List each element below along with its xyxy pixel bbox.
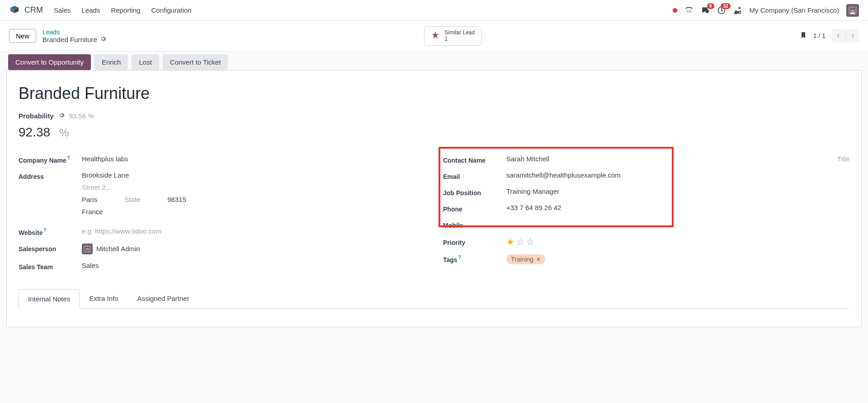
lost-button[interactable]: Lost [132, 54, 159, 70]
tags-label: Tags? [443, 254, 506, 263]
phone-icon[interactable] [684, 6, 693, 15]
probability-gear-icon[interactable] [58, 112, 65, 120]
debug-icon[interactable] [733, 6, 742, 15]
help-icon[interactable]: ? [43, 228, 46, 233]
convert-ticket-button[interactable]: Convert to Ticket [163, 54, 228, 70]
tag-label: Training [511, 256, 533, 263]
activities-badge: 32 [721, 3, 730, 9]
help-icon[interactable]: ? [458, 255, 461, 260]
messages-badge: 6 [707, 3, 714, 9]
tab-extra-info[interactable]: Extra Info [80, 289, 127, 308]
zip-input[interactable]: 98315 [167, 196, 186, 203]
mobile-label: Mobile [443, 220, 506, 229]
gear-icon[interactable] [100, 36, 106, 43]
website-label: Website? [19, 227, 82, 236]
svg-rect-4 [851, 8, 854, 9]
control-panel: New Leads Branded Furniture Similar Lead… [0, 21, 868, 52]
company-name-value[interactable]: Healthplus labs [82, 155, 425, 163]
street2-input[interactable]: Street 2... [82, 183, 425, 191]
prev-button[interactable] [832, 29, 845, 42]
star-icon [431, 31, 440, 41]
contact-name-value[interactable]: Sarah Mitchell [506, 155, 549, 163]
app-logo-icon[interactable] [9, 5, 20, 16]
tab-internal-notes[interactable]: Internal Notes [19, 289, 80, 309]
left-column: Company Name? Healthplus labs Address Br… [19, 155, 425, 278]
right-column: Contact Name Sarah Mitchell Title Email … [443, 155, 849, 278]
email-label: Email [443, 171, 506, 180]
menu-reporting[interactable]: Reporting [111, 6, 140, 14]
contact-title-input[interactable]: Title [837, 155, 849, 163]
star-2-icon[interactable]: ☆ [516, 236, 524, 247]
salesperson-avatar [82, 244, 93, 254]
new-button[interactable]: New [9, 29, 36, 43]
probability-auto: 93.56 % [69, 112, 94, 120]
svg-point-0 [705, 9, 709, 13]
job-position-value[interactable]: Training Manager [506, 187, 849, 195]
form-sheet: Branded Furniture Probability 93.56 % 92… [6, 70, 862, 327]
breadcrumb-current-text: Branded Furniture [42, 36, 97, 43]
user-avatar[interactable] [846, 4, 859, 17]
messages-icon[interactable]: 6 [701, 6, 710, 15]
action-bar: Convert to Opportunity Enrich Lost Conve… [6, 52, 862, 70]
notebook-tabs: Internal Notes Extra Info Assigned Partn… [19, 289, 849, 308]
phone-label: Phone [443, 204, 506, 213]
probability-value[interactable]: 92.38 [19, 125, 50, 140]
breadcrumb-current: Branded Furniture [42, 36, 106, 43]
state-input[interactable]: State [124, 196, 140, 203]
star-1-icon[interactable]: ★ [506, 236, 514, 247]
address-label: Address [19, 171, 82, 180]
enrich-button[interactable]: Enrich [94, 54, 128, 70]
street1-input[interactable]: Brookside Lane [82, 171, 425, 179]
similar-label: Similar Lead [444, 29, 475, 36]
bookmark-icon[interactable] [800, 31, 807, 41]
content-area: Convert to Opportunity Enrich Lost Conve… [0, 52, 868, 403]
city-input[interactable]: Paris [82, 196, 97, 203]
similar-lead-button[interactable]: Similar Lead 1 [424, 26, 481, 46]
help-icon[interactable]: ? [67, 155, 70, 160]
tab-assigned-partner[interactable]: Assigned Partner [128, 289, 199, 308]
svg-rect-7 [85, 247, 89, 248]
priority-stars[interactable]: ★ ☆ ☆ [506, 236, 849, 247]
top-nav: CRM Sales Leads Reporting Configuration … [0, 0, 868, 21]
phone-value[interactable]: +33 7 64 89 26 42 [506, 204, 849, 211]
probability-label: Probability [19, 112, 54, 120]
company-name-label: Company Name? [19, 155, 82, 164]
star-3-icon[interactable]: ☆ [526, 236, 534, 247]
probability-unit: % [59, 127, 69, 139]
menu-leads[interactable]: Leads [82, 6, 100, 14]
main-menu: Sales Leads Reporting Configuration [54, 6, 192, 14]
tag-training[interactable]: Training ✕ [506, 254, 545, 264]
tag-remove-icon[interactable]: ✕ [536, 256, 541, 262]
menu-configuration[interactable]: Configuration [151, 6, 191, 14]
convert-opportunity-button[interactable]: Convert to Opportunity [8, 54, 91, 70]
company-selector[interactable]: My Company (San Francisco) [750, 6, 839, 14]
activities-icon[interactable]: 32 [717, 6, 726, 15]
pager[interactable]: 1 / 1 [813, 32, 826, 39]
record-title[interactable]: Branded Furniture [19, 84, 849, 103]
priority-label: Priority [443, 237, 506, 246]
sales-team-label: Sales Team [19, 262, 82, 271]
breadcrumb-back[interactable]: Leads [42, 28, 106, 36]
job-position-label: Job Position [443, 187, 506, 197]
similar-count: 1 [444, 36, 475, 42]
country-input[interactable]: France [82, 208, 425, 216]
salesperson-label: Salesperson [19, 244, 82, 253]
record-indicator-icon[interactable] [673, 8, 677, 13]
app-name[interactable]: CRM [24, 5, 43, 15]
website-input[interactable]: e.g. https://www.odoo.com [82, 227, 425, 235]
next-button[interactable] [845, 29, 859, 42]
email-value[interactable]: saramitchell@healthplusexample.com [506, 171, 849, 179]
contact-name-label: Contact Name [443, 155, 506, 164]
salesperson-value[interactable]: Mitchell Admin [96, 245, 140, 253]
sales-team-value[interactable]: Sales [82, 262, 425, 269]
menu-sales[interactable]: Sales [54, 6, 71, 14]
